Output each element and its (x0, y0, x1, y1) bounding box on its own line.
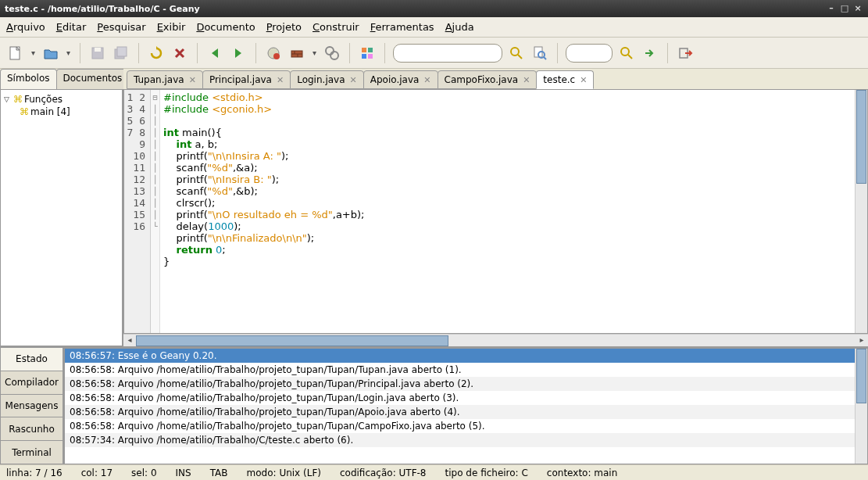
vertical-scrollbar[interactable] (855, 90, 867, 333)
scroll-right-icon[interactable]: ▸ (855, 335, 868, 346)
svg-line-18 (518, 55, 522, 59)
svg-line-21 (544, 57, 546, 59)
build-icon[interactable] (288, 44, 306, 63)
message-row[interactable]: 08:56:57: Esse é o Geany 0.20. (65, 349, 867, 363)
menu-documento[interactable]: Documento (196, 21, 255, 33)
menu-pesquisar[interactable]: Pesquisar (97, 21, 145, 33)
build-dropdown-icon[interactable]: ▾ (311, 48, 318, 57)
sidebar-tab-documents[interactable]: Documentos (56, 69, 130, 89)
svg-line-23 (628, 55, 632, 59)
status-filetype: tipo de ficheiro: C (445, 467, 528, 478)
scrollbar-thumb[interactable] (856, 90, 866, 184)
menu-ajuda[interactable]: Ajuda (445, 21, 474, 33)
messages-scrollbar[interactable] (855, 349, 867, 464)
messages-list[interactable]: 08:56:57: Esse é o Geany 0.20.08:56:58: … (64, 348, 868, 464)
tree-item-main[interactable]: ⌘ main [4] (4, 106, 119, 118)
close-tab-icon[interactable]: ✕ (523, 75, 530, 85)
close-tab-icon[interactable]: ✕ (350, 75, 357, 85)
goto-search-icon[interactable] (617, 44, 636, 63)
bottom-tab-rascunho[interactable]: Rascunho (0, 417, 63, 441)
symbols-tree[interactable]: ▽ ⌘ Funções ⌘ main [4] (0, 89, 123, 346)
quit-icon[interactable] (676, 44, 695, 63)
file-tab-label: Principal.java (209, 74, 272, 85)
bottom-tab-terminal[interactable]: Terminal (0, 440, 63, 464)
code-editor[interactable]: 1 2 3 4 5 6 7 8 9 10 11 12 13 14 15 16 ⊟… (123, 89, 868, 334)
new-file-icon[interactable] (6, 44, 25, 63)
save-icon[interactable] (88, 44, 107, 63)
menu-arquivo[interactable]: Arquivo (6, 21, 45, 33)
toolbar: ▾ ▾ ▾ (0, 38, 868, 69)
message-row[interactable]: 08:56:58: Arquivo /home/atilio/Trabalho/… (65, 405, 867, 419)
menu-ferramentas[interactable]: Ferramentas (370, 21, 434, 33)
file-tab[interactable]: Tupan.java✕ (127, 70, 203, 89)
run-icon[interactable] (323, 44, 341, 63)
svg-rect-2 (95, 48, 101, 52)
fold-gutter[interactable]: ⊟ │ │ │ │ │ │ │ │ │ │ └ (151, 90, 160, 333)
bottom-tab-compilador[interactable]: Compilador (0, 371, 63, 395)
tree-group-label: Funções (24, 94, 63, 105)
new-file-dropdown-icon[interactable]: ▾ (30, 48, 37, 57)
status-col: col: 17 (81, 467, 113, 478)
svg-point-11 (326, 47, 334, 55)
horizontal-scrollbar[interactable]: ◂ ▸ (123, 334, 868, 346)
bottom-tab-mensagens[interactable]: Mensagens (0, 394, 63, 418)
tree-group-functions[interactable]: ▽ ⌘ Funções (4, 93, 119, 106)
message-row[interactable]: 08:56:58: Arquivo /home/atilio/Trabalho/… (65, 391, 867, 405)
close-tab-icon[interactable]: ✕ (423, 75, 430, 85)
menu-construir[interactable]: Construir (313, 21, 359, 33)
window-close-icon[interactable]: × (852, 3, 863, 14)
status-sel: sel: 0 (131, 467, 156, 478)
menu-projeto[interactable]: Projeto (266, 21, 302, 33)
file-tab[interactable]: Login.java✕ (290, 70, 364, 89)
reload-icon[interactable] (147, 44, 166, 63)
file-tab-label: Login.java (297, 74, 345, 85)
open-file-dropdown-icon[interactable]: ▾ (65, 48, 72, 57)
message-row[interactable]: 08:56:58: Arquivo /home/atilio/Trabalho/… (65, 377, 867, 391)
file-tabs: Tupan.java✕Principal.java✕Login.java✕Apo… (123, 69, 868, 89)
message-row[interactable]: 08:56:58: Arquivo /home/atilio/Trabalho/… (65, 363, 867, 377)
close-tab-icon[interactable]: ✕ (277, 75, 284, 85)
file-tab-label: teste.c (543, 74, 575, 85)
file-tab[interactable]: Apoio.java✕ (363, 70, 438, 89)
search-input[interactable] (393, 44, 502, 63)
file-tab[interactable]: Principal.java✕ (202, 70, 291, 89)
tree-item-label: main [4] (30, 106, 70, 117)
scroll-left-icon[interactable]: ◂ (123, 335, 136, 346)
messages-scrollbar-thumb[interactable] (856, 349, 866, 403)
goto-line-input[interactable] (566, 44, 613, 63)
sidebar-tab-symbols[interactable]: Símbolos (0, 69, 57, 89)
svg-point-22 (621, 48, 629, 56)
svg-point-6 (273, 53, 280, 59)
code-area[interactable]: #include <stdio.h>#include <gconio.h> in… (160, 90, 855, 333)
menu-exibir[interactable]: Exibir (157, 21, 186, 33)
window-minimize-icon[interactable]: – (826, 3, 837, 14)
menubar: ArquivoEditarPesquisarExibirDocumentoPro… (0, 17, 868, 38)
tree-collapse-icon[interactable]: ▽ (4, 95, 12, 103)
sidebar: Símbolos Documentos ▽ ⌘ Funções ⌘ main [… (0, 69, 123, 346)
file-tab[interactable]: teste.c✕ (536, 70, 594, 89)
compile-icon[interactable] (264, 44, 283, 63)
search-icon[interactable] (507, 44, 526, 63)
menu-editar[interactable]: Editar (56, 21, 87, 33)
window-title: teste.c - /home/atilio/Trabalho/C - Gean… (5, 4, 200, 14)
message-row[interactable]: 08:57:34: Arquivo /home/atilio/Trabalho/… (65, 433, 867, 447)
close-tab-icon[interactable]: ✕ (189, 75, 196, 85)
open-file-icon[interactable] (41, 44, 60, 63)
file-tab[interactable]: CampoFixo.java✕ (438, 70, 538, 89)
nav-back-icon[interactable] (205, 44, 224, 63)
status-ins: INS (176, 467, 191, 478)
message-row[interactable]: 08:56:58: Arquivo /home/atilio/Trabalho/… (65, 419, 867, 433)
find-in-files-icon[interactable] (530, 44, 549, 63)
window-maximize-icon[interactable]: □ (839, 3, 850, 14)
goto-line-icon[interactable] (641, 44, 659, 63)
nav-forward-icon[interactable] (229, 44, 248, 63)
close-file-icon[interactable] (170, 44, 189, 63)
file-tab-label: Apoio.java (370, 74, 420, 85)
bottom-tab-estado[interactable]: Estado (0, 347, 63, 371)
status-context: contexto: main (547, 467, 617, 478)
close-tab-icon[interactable]: ✕ (580, 75, 587, 85)
color-picker-icon[interactable] (358, 44, 377, 63)
hscrollbar-thumb[interactable] (136, 335, 448, 346)
bottom-panel: EstadoCompiladorMensagensRascunhoTermina… (0, 347, 868, 464)
save-all-icon[interactable] (112, 44, 130, 63)
